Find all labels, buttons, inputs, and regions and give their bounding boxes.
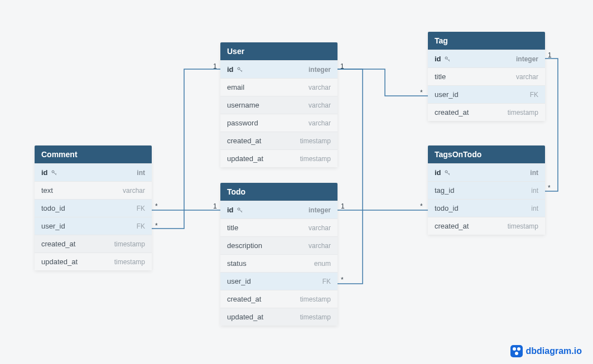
table-row[interactable]: id integer	[428, 50, 545, 67]
column-type: FK	[137, 205, 145, 212]
table-tag[interactable]: Tag id integer title varchar user_id FK …	[428, 32, 545, 121]
column-name: id	[435, 168, 451, 177]
table-tagsontodo[interactable]: TagsOnTodo id int tag_id int todo_id int…	[428, 145, 545, 235]
column-type: timestamp	[114, 240, 145, 248]
column-name: updated_at	[41, 258, 78, 266]
table-row[interactable]: todo_id int	[428, 199, 545, 217]
diagram-canvas[interactable]: * 1 * 1 * 1 * * 1 * 1 Comment id int tex…	[0, 0, 593, 364]
table-header: Tag	[428, 32, 545, 50]
column-name: tag_id	[435, 186, 454, 195]
table-row[interactable]: created_at timestamp	[220, 290, 338, 308]
table-row[interactable]: id integer	[220, 60, 338, 78]
table-row[interactable]: created_at timestamp	[428, 217, 545, 235]
table-row[interactable]: id int	[428, 163, 545, 181]
column-type: int	[531, 205, 538, 212]
table-row[interactable]: user_id FK	[35, 217, 152, 235]
table-row[interactable]: updated_at timestamp	[35, 253, 152, 270]
column-type: timestamp	[508, 109, 538, 117]
table-row[interactable]: title varchar	[428, 67, 545, 85]
table-header: User	[220, 42, 338, 60]
table-row[interactable]: status enum	[220, 254, 338, 272]
table-user[interactable]: User id integer email varchar username v…	[220, 42, 338, 167]
table-row[interactable]: password varchar	[220, 114, 338, 132]
column-type: int	[530, 169, 538, 177]
cardinality: *	[155, 222, 158, 230]
key-icon	[444, 169, 451, 176]
cardinality: 1	[213, 62, 217, 70]
svg-point-4	[445, 171, 447, 173]
column-name: id	[227, 65, 243, 74]
table-row[interactable]: todo_id FK	[35, 199, 152, 217]
column-type: varchar	[308, 119, 331, 127]
key-icon	[444, 56, 451, 62]
column-type: FK	[137, 222, 145, 230]
column-type: timestamp	[300, 155, 331, 163]
table-row[interactable]: username varchar	[220, 96, 338, 114]
column-name: username	[227, 101, 259, 109]
column-name: description	[227, 241, 262, 250]
column-name: email	[227, 83, 244, 91]
column-type: int	[531, 187, 538, 195]
table-row[interactable]: updated_at timestamp	[220, 308, 338, 326]
column-type: varchar	[123, 187, 145, 195]
cardinality: *	[155, 202, 158, 210]
table-row[interactable]: user_id FK	[428, 85, 545, 103]
column-name: status	[227, 259, 247, 268]
column-type: timestamp	[114, 258, 145, 266]
table-row[interactable]: id integer	[220, 201, 338, 219]
key-icon	[51, 169, 57, 176]
column-type: timestamp	[300, 313, 331, 321]
table-row[interactable]: created_at timestamp	[35, 235, 152, 253]
key-icon	[237, 66, 243, 73]
column-type: FK	[322, 278, 331, 285]
column-type: integer	[308, 206, 331, 214]
column-name: updated_at	[227, 313, 263, 321]
column-name: user_id	[227, 277, 251, 285]
cardinality: *	[420, 202, 423, 210]
column-type: varchar	[308, 242, 331, 250]
column-name: updated_at	[227, 154, 263, 163]
table-header: TagsOnTodo	[428, 145, 545, 163]
column-name: created_at	[227, 137, 261, 145]
column-name: created_at	[435, 222, 469, 230]
table-row[interactable]: email varchar	[220, 78, 338, 96]
column-name: text	[41, 186, 53, 195]
table-row[interactable]: created_at timestamp	[428, 103, 545, 121]
column-name: todo_id	[435, 204, 459, 212]
column-type: int	[137, 169, 145, 177]
table-comment[interactable]: Comment id int text varchar todo_id FK u…	[35, 145, 152, 270]
column-type: FK	[530, 91, 538, 99]
column-name: title	[435, 72, 446, 81]
column-name: created_at	[41, 240, 75, 248]
column-type: varchar	[308, 101, 331, 109]
table-row[interactable]: tag_id int	[428, 181, 545, 199]
column-name: id	[41, 168, 57, 177]
key-icon	[237, 207, 243, 213]
cardinality: *	[548, 184, 551, 192]
column-type: integer	[516, 55, 538, 63]
cardinality: 1	[213, 202, 217, 210]
brand-logo-text[interactable]: dbdiagram.io	[510, 345, 582, 357]
column-name: password	[227, 119, 258, 127]
cardinality: *	[420, 89, 423, 96]
column-name: created_at	[435, 108, 469, 117]
column-name: user_id	[435, 90, 459, 99]
column-name: id	[227, 206, 243, 214]
table-todo[interactable]: Todo id integer title varchar descriptio…	[220, 183, 338, 326]
cardinality: 1	[548, 51, 552, 59]
svg-point-2	[238, 208, 240, 210]
column-type: timestamp	[300, 137, 331, 145]
table-row[interactable]: description varchar	[220, 236, 338, 254]
column-name: created_at	[227, 295, 261, 303]
column-type: timestamp	[508, 222, 538, 230]
table-row[interactable]: id int	[35, 163, 152, 181]
column-type: integer	[308, 66, 331, 74]
table-row[interactable]: updated_at timestamp	[220, 149, 338, 167]
table-row[interactable]: user_id FK	[220, 272, 338, 290]
table-row[interactable]: created_at timestamp	[220, 132, 338, 149]
column-type: enum	[314, 260, 331, 268]
table-row[interactable]: title varchar	[220, 219, 338, 236]
column-type: varchar	[308, 84, 331, 91]
table-row[interactable]: text varchar	[35, 181, 152, 199]
column-name: id	[435, 55, 451, 63]
